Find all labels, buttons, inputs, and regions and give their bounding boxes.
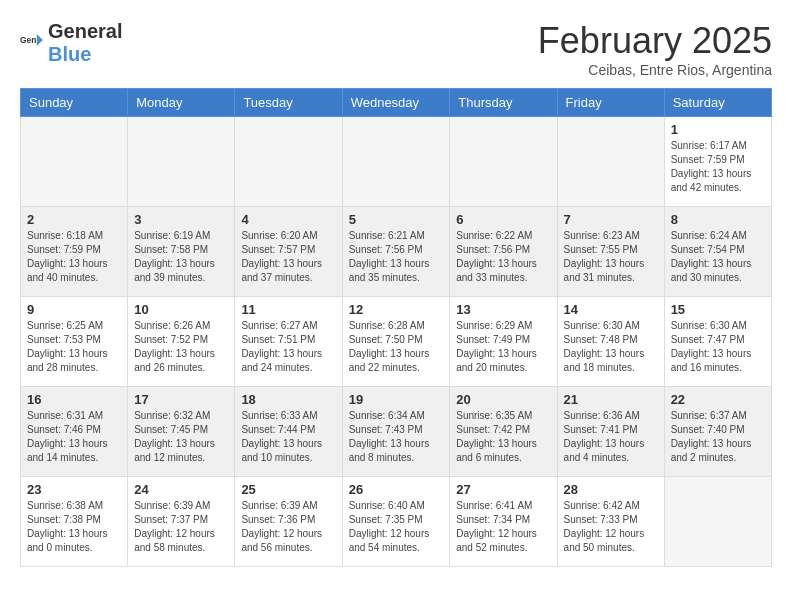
day-cell-22: 22Sunrise: 6:37 AM Sunset: 7:40 PM Dayli… bbox=[664, 387, 771, 477]
day-cell-16: 16Sunrise: 6:31 AM Sunset: 7:46 PM Dayli… bbox=[21, 387, 128, 477]
day-info-24: Sunrise: 6:39 AM Sunset: 7:37 PM Dayligh… bbox=[134, 499, 228, 555]
day-info-17: Sunrise: 6:32 AM Sunset: 7:45 PM Dayligh… bbox=[134, 409, 228, 465]
day-cell-11: 11Sunrise: 6:27 AM Sunset: 7:51 PM Dayli… bbox=[235, 297, 342, 387]
day-cell-28: 28Sunrise: 6:42 AM Sunset: 7:33 PM Dayli… bbox=[557, 477, 664, 567]
day-info-16: Sunrise: 6:31 AM Sunset: 7:46 PM Dayligh… bbox=[27, 409, 121, 465]
day-number-13: 13 bbox=[456, 302, 550, 317]
day-cell-12: 12Sunrise: 6:28 AM Sunset: 7:50 PM Dayli… bbox=[342, 297, 450, 387]
day-cell-empty bbox=[664, 477, 771, 567]
weekday-header-row: SundayMondayTuesdayWednesdayThursdayFrid… bbox=[21, 89, 772, 117]
day-number-5: 5 bbox=[349, 212, 444, 227]
day-cell-empty bbox=[235, 117, 342, 207]
day-cell-4: 4Sunrise: 6:20 AM Sunset: 7:57 PM Daylig… bbox=[235, 207, 342, 297]
day-cell-19: 19Sunrise: 6:34 AM Sunset: 7:43 PM Dayli… bbox=[342, 387, 450, 477]
day-number-7: 7 bbox=[564, 212, 658, 227]
day-info-21: Sunrise: 6:36 AM Sunset: 7:41 PM Dayligh… bbox=[564, 409, 658, 465]
day-number-22: 22 bbox=[671, 392, 765, 407]
day-number-8: 8 bbox=[671, 212, 765, 227]
day-info-2: Sunrise: 6:18 AM Sunset: 7:59 PM Dayligh… bbox=[27, 229, 121, 285]
day-cell-empty bbox=[342, 117, 450, 207]
weekday-header-saturday: Saturday bbox=[664, 89, 771, 117]
day-info-12: Sunrise: 6:28 AM Sunset: 7:50 PM Dayligh… bbox=[349, 319, 444, 375]
logo-blue-text: Blue bbox=[48, 43, 91, 65]
day-number-14: 14 bbox=[564, 302, 658, 317]
calendar-subtitle: Ceibas, Entre Rios, Argentina bbox=[538, 62, 772, 78]
day-info-7: Sunrise: 6:23 AM Sunset: 7:55 PM Dayligh… bbox=[564, 229, 658, 285]
day-info-26: Sunrise: 6:40 AM Sunset: 7:35 PM Dayligh… bbox=[349, 499, 444, 555]
day-info-14: Sunrise: 6:30 AM Sunset: 7:48 PM Dayligh… bbox=[564, 319, 658, 375]
day-info-10: Sunrise: 6:26 AM Sunset: 7:52 PM Dayligh… bbox=[134, 319, 228, 375]
day-info-8: Sunrise: 6:24 AM Sunset: 7:54 PM Dayligh… bbox=[671, 229, 765, 285]
day-cell-23: 23Sunrise: 6:38 AM Sunset: 7:38 PM Dayli… bbox=[21, 477, 128, 567]
day-cell-empty bbox=[128, 117, 235, 207]
day-number-20: 20 bbox=[456, 392, 550, 407]
day-info-3: Sunrise: 6:19 AM Sunset: 7:58 PM Dayligh… bbox=[134, 229, 228, 285]
day-number-6: 6 bbox=[456, 212, 550, 227]
logo-general-text: General bbox=[48, 20, 122, 42]
day-cell-27: 27Sunrise: 6:41 AM Sunset: 7:34 PM Dayli… bbox=[450, 477, 557, 567]
day-info-20: Sunrise: 6:35 AM Sunset: 7:42 PM Dayligh… bbox=[456, 409, 550, 465]
day-number-17: 17 bbox=[134, 392, 228, 407]
day-cell-24: 24Sunrise: 6:39 AM Sunset: 7:37 PM Dayli… bbox=[128, 477, 235, 567]
day-cell-13: 13Sunrise: 6:29 AM Sunset: 7:49 PM Dayli… bbox=[450, 297, 557, 387]
day-number-18: 18 bbox=[241, 392, 335, 407]
day-number-10: 10 bbox=[134, 302, 228, 317]
day-info-19: Sunrise: 6:34 AM Sunset: 7:43 PM Dayligh… bbox=[349, 409, 444, 465]
day-number-25: 25 bbox=[241, 482, 335, 497]
day-cell-empty bbox=[557, 117, 664, 207]
header: Gen General Blue February 2025 Ceibas, E… bbox=[20, 20, 772, 78]
day-cell-25: 25Sunrise: 6:39 AM Sunset: 7:36 PM Dayli… bbox=[235, 477, 342, 567]
day-cell-empty bbox=[21, 117, 128, 207]
day-cell-15: 15Sunrise: 6:30 AM Sunset: 7:47 PM Dayli… bbox=[664, 297, 771, 387]
week-row-2: 2Sunrise: 6:18 AM Sunset: 7:59 PM Daylig… bbox=[21, 207, 772, 297]
day-info-27: Sunrise: 6:41 AM Sunset: 7:34 PM Dayligh… bbox=[456, 499, 550, 555]
day-cell-17: 17Sunrise: 6:32 AM Sunset: 7:45 PM Dayli… bbox=[128, 387, 235, 477]
weekday-header-friday: Friday bbox=[557, 89, 664, 117]
logo: Gen General Blue bbox=[20, 20, 122, 66]
day-number-26: 26 bbox=[349, 482, 444, 497]
weekday-header-wednesday: Wednesday bbox=[342, 89, 450, 117]
day-cell-9: 9Sunrise: 6:25 AM Sunset: 7:53 PM Daylig… bbox=[21, 297, 128, 387]
day-cell-7: 7Sunrise: 6:23 AM Sunset: 7:55 PM Daylig… bbox=[557, 207, 664, 297]
logo-wordmark: General Blue bbox=[48, 20, 122, 66]
day-cell-empty bbox=[450, 117, 557, 207]
day-number-2: 2 bbox=[27, 212, 121, 227]
week-row-1: 1Sunrise: 6:17 AM Sunset: 7:59 PM Daylig… bbox=[21, 117, 772, 207]
day-number-23: 23 bbox=[27, 482, 121, 497]
day-info-1: Sunrise: 6:17 AM Sunset: 7:59 PM Dayligh… bbox=[671, 139, 765, 195]
weekday-header-thursday: Thursday bbox=[450, 89, 557, 117]
day-cell-8: 8Sunrise: 6:24 AM Sunset: 7:54 PM Daylig… bbox=[664, 207, 771, 297]
weekday-header-sunday: Sunday bbox=[21, 89, 128, 117]
calendar-title: February 2025 bbox=[538, 20, 772, 62]
week-row-3: 9Sunrise: 6:25 AM Sunset: 7:53 PM Daylig… bbox=[21, 297, 772, 387]
day-info-28: Sunrise: 6:42 AM Sunset: 7:33 PM Dayligh… bbox=[564, 499, 658, 555]
week-row-5: 23Sunrise: 6:38 AM Sunset: 7:38 PM Dayli… bbox=[21, 477, 772, 567]
day-info-6: Sunrise: 6:22 AM Sunset: 7:56 PM Dayligh… bbox=[456, 229, 550, 285]
day-number-9: 9 bbox=[27, 302, 121, 317]
weekday-header-monday: Monday bbox=[128, 89, 235, 117]
day-number-19: 19 bbox=[349, 392, 444, 407]
day-info-9: Sunrise: 6:25 AM Sunset: 7:53 PM Dayligh… bbox=[27, 319, 121, 375]
day-info-18: Sunrise: 6:33 AM Sunset: 7:44 PM Dayligh… bbox=[241, 409, 335, 465]
day-info-22: Sunrise: 6:37 AM Sunset: 7:40 PM Dayligh… bbox=[671, 409, 765, 465]
day-number-15: 15 bbox=[671, 302, 765, 317]
day-number-28: 28 bbox=[564, 482, 658, 497]
day-cell-5: 5Sunrise: 6:21 AM Sunset: 7:56 PM Daylig… bbox=[342, 207, 450, 297]
day-number-4: 4 bbox=[241, 212, 335, 227]
day-info-13: Sunrise: 6:29 AM Sunset: 7:49 PM Dayligh… bbox=[456, 319, 550, 375]
day-cell-14: 14Sunrise: 6:30 AM Sunset: 7:48 PM Dayli… bbox=[557, 297, 664, 387]
day-number-16: 16 bbox=[27, 392, 121, 407]
day-number-11: 11 bbox=[241, 302, 335, 317]
day-cell-3: 3Sunrise: 6:19 AM Sunset: 7:58 PM Daylig… bbox=[128, 207, 235, 297]
day-cell-26: 26Sunrise: 6:40 AM Sunset: 7:35 PM Dayli… bbox=[342, 477, 450, 567]
weekday-header-tuesday: Tuesday bbox=[235, 89, 342, 117]
day-cell-21: 21Sunrise: 6:36 AM Sunset: 7:41 PM Dayli… bbox=[557, 387, 664, 477]
day-number-12: 12 bbox=[349, 302, 444, 317]
day-cell-10: 10Sunrise: 6:26 AM Sunset: 7:52 PM Dayli… bbox=[128, 297, 235, 387]
day-number-27: 27 bbox=[456, 482, 550, 497]
day-number-3: 3 bbox=[134, 212, 228, 227]
week-row-4: 16Sunrise: 6:31 AM Sunset: 7:46 PM Dayli… bbox=[21, 387, 772, 477]
day-cell-20: 20Sunrise: 6:35 AM Sunset: 7:42 PM Dayli… bbox=[450, 387, 557, 477]
day-info-25: Sunrise: 6:39 AM Sunset: 7:36 PM Dayligh… bbox=[241, 499, 335, 555]
day-number-1: 1 bbox=[671, 122, 765, 137]
